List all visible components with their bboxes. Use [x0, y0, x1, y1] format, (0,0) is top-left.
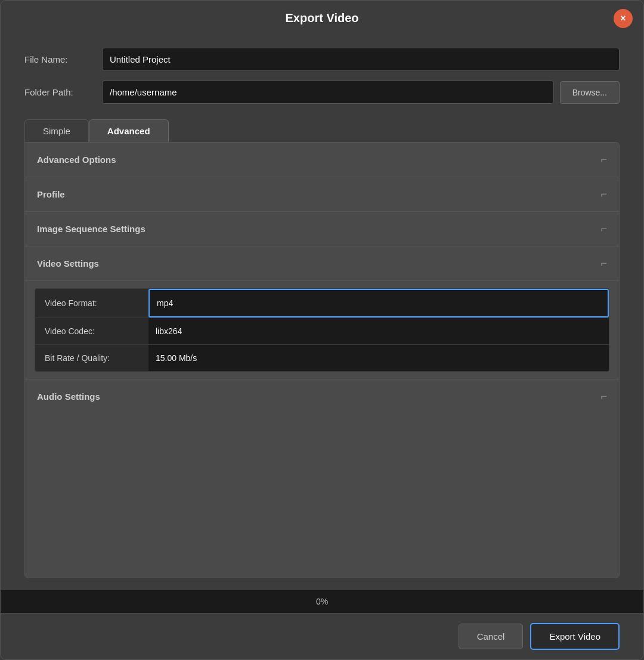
profile-collapse-icon: ⌐ [600, 188, 607, 201]
dialog-content: File Name: Folder Path: Browse... Simple… [1, 36, 643, 590]
video-settings-section: Video Settings ⌐ Video Format: Video Cod… [25, 246, 619, 380]
advanced-options-collapse-icon: ⌐ [600, 153, 607, 166]
profile-row[interactable]: Profile ⌐ [25, 177, 619, 211]
video-settings-header[interactable]: Video Settings ⌐ [25, 246, 619, 281]
folder-path-input[interactable] [102, 81, 554, 104]
audio-settings-row[interactable]: Audio Settings ⌐ [25, 380, 619, 414]
audio-settings-section: Audio Settings ⌐ [25, 380, 619, 414]
video-codec-value: libx264 [148, 318, 609, 344]
video-settings-box: Video Format: Video Codec: libx264 Bit R… [35, 288, 609, 372]
image-sequence-row[interactable]: Image Sequence Settings ⌐ [25, 212, 619, 246]
tab-advanced[interactable]: Advanced [89, 119, 169, 142]
video-settings-collapse-icon: ⌐ [600, 257, 607, 270]
advanced-options-section: Advanced Options ⌐ [25, 143, 619, 177]
bitrate-label: Bit Rate / Quality: [35, 345, 148, 371]
tab-advanced-content: Advanced Options ⌐ Profile ⌐ Image Seque… [24, 142, 620, 578]
dialog-title: Export Video [286, 11, 359, 25]
advanced-options-title: Advanced Options [37, 155, 116, 165]
bitrate-row: Bit Rate / Quality: 15.00 Mb/s [35, 345, 609, 371]
export-video-dialog: Export Video × File Name: Folder Path: B… [0, 0, 644, 660]
profile-title: Profile [37, 189, 65, 199]
bottom-bar: Cancel Export Video [1, 613, 643, 659]
audio-settings-collapse-icon: ⌐ [600, 390, 607, 403]
video-format-input[interactable] [148, 289, 609, 317]
progress-bar-container: 0% [1, 590, 643, 613]
video-codec-label: Video Codec: [35, 318, 148, 344]
bitrate-value: 15.00 Mb/s [148, 345, 609, 371]
video-settings-expanded: Video Format: Video Codec: libx264 Bit R… [25, 281, 619, 372]
tabs-container: Simple Advanced [24, 119, 620, 142]
video-format-row: Video Format: [35, 289, 609, 318]
file-name-row: File Name: [24, 48, 620, 71]
file-name-label: File Name: [24, 54, 102, 64]
image-sequence-title: Image Sequence Settings [37, 224, 145, 234]
image-sequence-collapse-icon: ⌐ [600, 223, 607, 235]
cancel-button[interactable]: Cancel [459, 624, 524, 649]
tab-simple[interactable]: Simple [24, 119, 89, 142]
profile-section: Profile ⌐ [25, 177, 619, 212]
folder-path-label: Folder Path: [24, 87, 102, 97]
export-video-button[interactable]: Export Video [530, 623, 620, 650]
browse-button[interactable]: Browse... [560, 81, 620, 104]
progress-text: 0% [316, 597, 328, 606]
file-name-input[interactable] [102, 48, 620, 71]
advanced-options-row[interactable]: Advanced Options ⌐ [25, 143, 619, 177]
folder-path-row: Folder Path: Browse... [24, 81, 620, 104]
image-sequence-section: Image Sequence Settings ⌐ [25, 212, 619, 246]
video-codec-row: Video Codec: libx264 [35, 318, 609, 345]
title-bar: Export Video × [1, 1, 643, 36]
audio-settings-title: Audio Settings [37, 391, 100, 402]
video-format-label: Video Format: [35, 290, 148, 316]
close-button[interactable]: × [614, 9, 633, 28]
video-settings-title: Video Settings [37, 258, 99, 269]
